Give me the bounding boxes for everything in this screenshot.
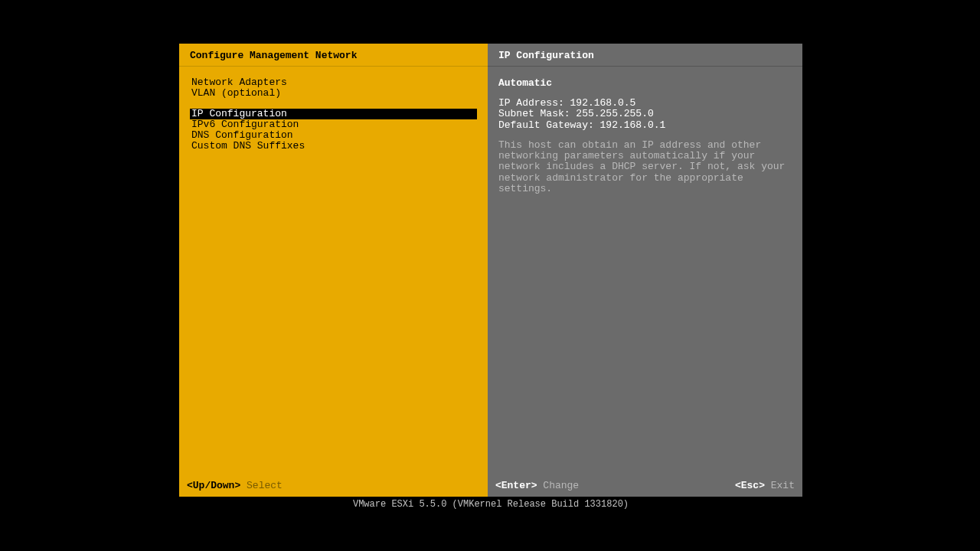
subnet-mask-label: Subnet Mask: [498, 108, 570, 119]
right-pane-title: IP Configuration [488, 44, 802, 67]
ip-address-label: IP Address: [498, 97, 564, 109]
left-pane-title: Configure Management Network [179, 44, 488, 67]
ip-address-value: 192.168.0.5 [570, 97, 636, 109]
esc-hint: <Esc> Exit [735, 480, 795, 491]
detail: Automatic IP Address: 192.168.0.5 Subnet… [488, 67, 802, 194]
updown-action: Select [247, 480, 283, 491]
menu-item-ip-configuration[interactable]: IP Configuration [190, 109, 477, 119]
ip-mode: Automatic [498, 77, 792, 89]
left-pane: Configure Management Network Network Ada… [179, 44, 488, 497]
help-text: This host can obtain an IP address and o… [498, 140, 789, 194]
menu-group-0: Network Adapters VLAN (optional) [190, 77, 477, 99]
ip-address-row: IP Address: 192.168.0.5 [498, 98, 792, 109]
menu-item-dns-configuration[interactable]: DNS Configuration [190, 130, 477, 141]
enter-hint: <Enter> Change [495, 480, 579, 491]
right-footer: <Enter> Change <Esc> Exit [488, 475, 802, 497]
esc-key: <Esc> [735, 480, 765, 491]
status-bar: VMware ESXi 5.5.0 (VMKernel Release Buil… [178, 499, 803, 510]
updown-key: <Up/Down> [187, 480, 240, 491]
default-gateway-value: 192.168.0.1 [600, 119, 666, 131]
enter-key: <Enter> [495, 480, 537, 491]
subnet-mask-value: 255.255.255.0 [576, 108, 653, 119]
default-gateway-label: Default Gateway: [498, 119, 594, 131]
esc-action: Exit [771, 480, 795, 491]
menu-item-network-adapters[interactable]: Network Adapters [190, 77, 477, 88]
left-footer-hint: <Up/Down> Select [187, 480, 283, 491]
menu-group-1: IP Configuration IPv6 Configuration DNS … [190, 109, 477, 152]
subnet-mask-row: Subnet Mask: 255.255.255.0 [498, 109, 792, 119]
right-pane: IP Configuration Automatic IP Address: 1… [488, 44, 802, 497]
left-footer: <Up/Down> Select [179, 475, 488, 497]
menu-item-ipv6-configuration[interactable]: IPv6 Configuration [190, 119, 477, 130]
menu: Network Adapters VLAN (optional) IP Conf… [179, 67, 488, 161]
enter-action: Change [543, 480, 579, 491]
menu-item-vlan[interactable]: VLAN (optional) [190, 88, 477, 99]
default-gateway-row: Default Gateway: 192.168.0.1 [498, 120, 792, 131]
dcui-console: Configure Management Network Network Ada… [178, 43, 803, 497]
menu-item-custom-dns-suffixes[interactable]: Custom DNS Suffixes [190, 141, 477, 152]
